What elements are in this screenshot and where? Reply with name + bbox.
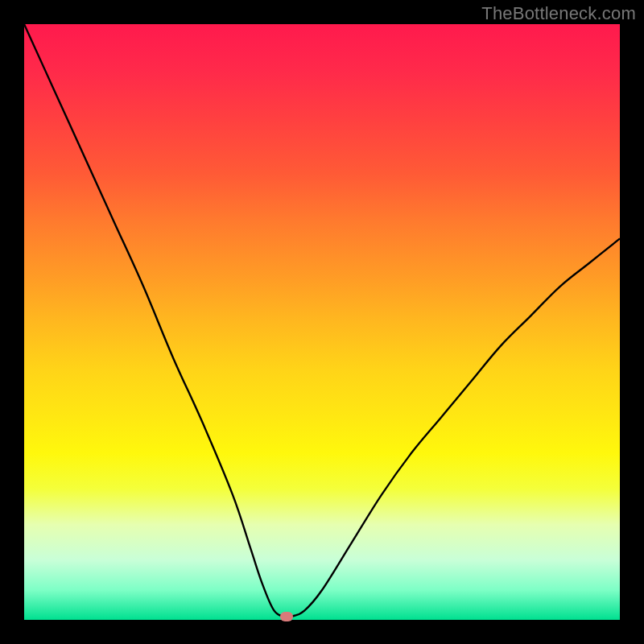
bottleneck-curve	[24, 24, 620, 620]
watermark-text: TheBottleneck.com	[481, 3, 636, 24]
curve-path	[24, 24, 620, 617]
chart-frame: TheBottleneck.com	[0, 0, 644, 644]
minimum-marker	[280, 612, 293, 621]
